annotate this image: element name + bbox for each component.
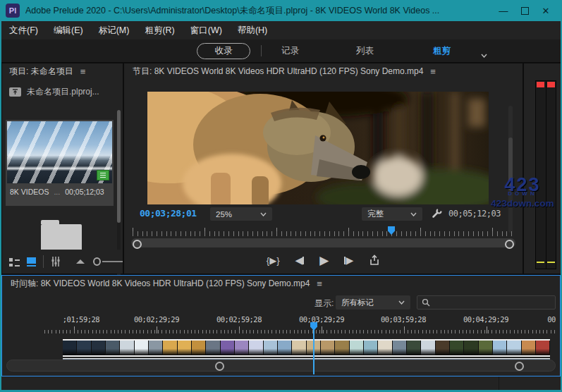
export-frame-button[interactable] — [369, 255, 380, 266]
clip-thumbnail[interactable] — [7, 121, 112, 183]
timeline-ruler[interactable] — [44, 326, 556, 333]
maximize-icon — [521, 7, 529, 15]
menu-marker[interactable]: 标记(M) — [91, 25, 138, 37]
filmstrip[interactable] — [63, 339, 550, 357]
app-logo-icon: Pl — [6, 4, 20, 18]
filmstrip-frame — [393, 341, 406, 355]
ruler-label: ;01;59;28 — [63, 315, 99, 324]
monitor-scrub-bar[interactable] — [131, 238, 515, 247]
menu-edit[interactable]: 编辑(E) — [46, 25, 91, 37]
filmstrip-frame — [536, 341, 549, 355]
menu-help[interactable]: 帮助(H) — [230, 25, 275, 37]
play-icon: ▶ — [319, 255, 329, 267]
menu-roughcut[interactable]: 粗剪(R) — [137, 25, 182, 37]
ruler-label: 00;03;29;29 — [299, 315, 344, 324]
fit-mode-dropdown[interactable]: 完整 — [362, 207, 422, 221]
filmstrip-frame — [335, 341, 348, 355]
scrollbar-thumb[interactable] — [117, 110, 121, 223]
ruler-label: 00;04;29;29 — [463, 315, 508, 324]
tab-list[interactable]: 列表 — [356, 45, 374, 57]
timeline-ruler-labels: ;01;59;28 00;02;29;29 00;02;59;28 00;03;… — [2, 315, 560, 325]
play-button[interactable]: ▶ — [319, 255, 329, 267]
step-forward-button[interactable]: ▶ — [344, 255, 353, 265]
current-timecode[interactable]: 00;03;28;01 — [140, 208, 197, 219]
list-view-icon[interactable] — [9, 257, 20, 267]
tab-roughcut[interactable]: 粗剪 — [433, 45, 451, 57]
tab-logging[interactable]: 记录 — [281, 45, 299, 57]
scroll-zoom-handle-right[interactable] — [515, 362, 524, 371]
clip-card[interactable]: 8K VIDEOS ... 00;05;12;03 — [6, 120, 114, 206]
zoom-slider-knob[interactable] — [93, 257, 101, 266]
zoom-slider-track[interactable] — [102, 261, 123, 262]
project-toolbar — [2, 250, 123, 274]
menu-file[interactable]: 文件(F) — [1, 25, 46, 37]
show-label: 显示: — [314, 298, 334, 310]
filmstrip-frame — [92, 341, 105, 355]
filter-sliders-icon[interactable] — [51, 257, 61, 267]
play-in-to-out-button[interactable]: {▶} — [267, 255, 280, 266]
zoom-level-dropdown[interactable]: 25% — [210, 207, 272, 221]
workspace-bar: 收录 记录 列表 粗剪 — [1, 39, 561, 62]
filmstrip-frame — [192, 341, 205, 355]
play-in-to-out-icon: {▶} — [267, 255, 280, 266]
settings-wrench-icon[interactable] — [432, 208, 442, 219]
marker-search-input[interactable] — [417, 295, 556, 310]
panel-menu-icon[interactable]: ≡ — [430, 66, 436, 77]
filmstrip-frame — [178, 341, 191, 355]
ruler-label: 00 — [547, 315, 556, 324]
filmstrip-frame — [479, 341, 492, 355]
filmstrip-frame — [350, 341, 363, 355]
audio-meters[interactable] — [535, 80, 556, 269]
timeline-scrollbar[interactable] — [6, 360, 556, 372]
in-point-handle[interactable] — [133, 240, 142, 249]
ingest-button[interactable]: 收录 — [197, 43, 250, 59]
level-left — [537, 262, 544, 263]
clip-indicator-right[interactable] — [547, 82, 555, 87]
timeline-playhead-line — [313, 329, 314, 374]
monitor-ruler[interactable] — [131, 228, 515, 236]
divider — [43, 255, 44, 268]
zoom-level-value: 25% — [216, 210, 232, 219]
chevron-down-icon[interactable] — [481, 48, 487, 61]
out-point-handle[interactable] — [505, 240, 514, 249]
video-preview[interactable] — [147, 92, 489, 204]
marker-filter-dropdown[interactable]: 所有标记 — [336, 295, 410, 310]
filmstrip-frame — [249, 341, 262, 355]
fit-mode-value: 完整 — [367, 209, 384, 219]
folder-icon[interactable] — [41, 224, 82, 252]
ruler-label: 00;03;59;28 — [381, 315, 426, 324]
timeline-panel-title: 时间轴: 8K VIDEOS World 8K Videos HDR Ultra… — [11, 278, 310, 290]
divider — [261, 45, 262, 56]
filmstrip-frame — [206, 341, 219, 355]
thumbnail-view-icon[interactable] — [27, 257, 36, 267]
panel-menu-icon[interactable]: ≡ — [317, 278, 322, 289]
maximize-button[interactable] — [514, 0, 535, 21]
filmstrip-frame — [522, 341, 535, 355]
filmstrip-frame — [378, 341, 391, 355]
filmstrip-frame — [278, 341, 291, 355]
step-forward-icon: ▶ — [346, 255, 353, 265]
zoom-out-icon[interactable] — [76, 259, 85, 264]
menu-window[interactable]: 窗口(W) — [183, 25, 230, 37]
filmstrip-frame — [135, 341, 148, 355]
close-button[interactable]: ✕ — [535, 0, 556, 21]
filmstrip-frame — [464, 341, 477, 355]
video-clip-badge-icon — [97, 170, 109, 180]
divider — [499, 376, 499, 391]
bin-row[interactable]: 未命名项目.plproj... — [9, 86, 99, 98]
minimize-button[interactable]: — — [493, 0, 514, 21]
audio-meter-right — [546, 81, 556, 269]
scroll-zoom-handle-left[interactable] — [215, 362, 224, 371]
folder-up-icon[interactable] — [9, 87, 21, 97]
filmstrip-frame — [507, 341, 520, 355]
clip-indicator-left[interactable] — [537, 82, 544, 87]
scrollbar-thumb[interactable] — [508, 137, 513, 190]
audio-meter-left — [536, 81, 545, 269]
monitor-controls: 00;03;28;01 25% 完整 00;05;12;03 — [124, 206, 523, 221]
filmstrip-frame — [77, 341, 90, 355]
step-back-icon: ◀ — [295, 255, 303, 265]
panel-menu-icon[interactable]: ≡ — [80, 66, 86, 77]
filmstrip-frame — [436, 341, 449, 355]
filmstrip-frame — [450, 341, 463, 355]
step-back-button[interactable]: ◀ — [295, 255, 305, 265]
